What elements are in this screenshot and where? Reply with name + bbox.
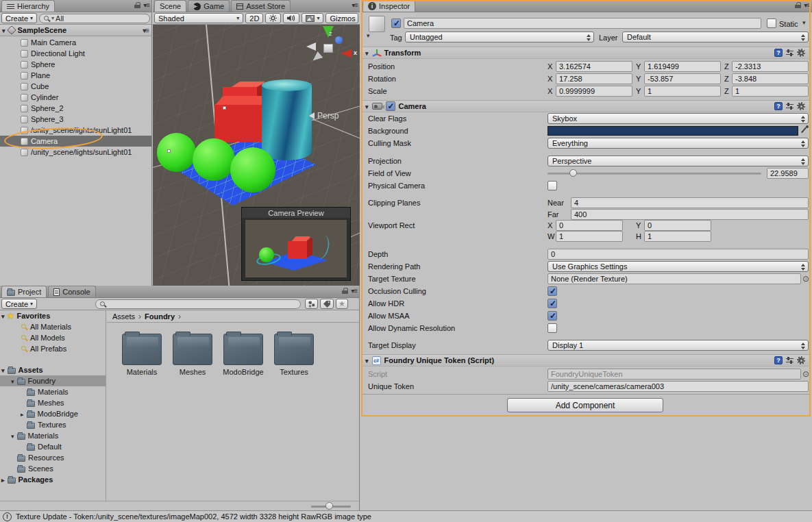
fov-slider-thumb[interactable] xyxy=(569,169,577,177)
tab-project[interactable]: Project xyxy=(1,286,47,297)
panel-menu-icon[interactable] xyxy=(351,287,357,295)
tab-console[interactable]: Console xyxy=(48,286,95,297)
tag-dropdown[interactable]: Untagged xyxy=(405,32,594,42)
folder-modobridge[interactable]: ModoBridge xyxy=(218,334,269,376)
position-z-field[interactable]: -2.3313 xyxy=(732,61,809,72)
scene-object-sphere-3[interactable] xyxy=(230,147,275,192)
hierarchy-search-input[interactable]: ▾ All xyxy=(39,14,150,23)
search-filter-chevron-icon[interactable]: ▾ xyxy=(51,15,54,21)
allow-dynamic-resolution-checkbox[interactable] xyxy=(548,323,557,333)
hierarchy-item-camera-selected[interactable]: Camera xyxy=(0,136,151,147)
project-create-button[interactable]: Create xyxy=(1,299,37,309)
occlusion-culling-checkbox[interactable] xyxy=(548,286,557,296)
clipping-far-field[interactable]: 400 xyxy=(571,209,809,220)
camera-enabled-checkbox[interactable] xyxy=(386,101,395,111)
scene-object-sphere-2[interactable] xyxy=(193,138,235,181)
static-dropdown-chevron[interactable]: ▾ xyxy=(802,19,806,26)
rendering-path-dropdown[interactable]: Use Graphics Settings xyxy=(548,261,809,272)
hierarchy-item[interactable]: Cube xyxy=(0,81,151,92)
viewport-w-field[interactable]: 1 xyxy=(556,231,623,242)
folder-materials[interactable]: Materials xyxy=(116,334,167,376)
add-component-button[interactable]: Add Component xyxy=(507,398,663,412)
projection-dropdown[interactable]: Perspective xyxy=(548,156,809,166)
physical-camera-checkbox[interactable] xyxy=(548,181,557,190)
fov-slider[interactable] xyxy=(548,173,761,175)
scene-orientation-gizmo[interactable]: z x xyxy=(305,26,360,77)
lock-icon[interactable] xyxy=(795,2,801,8)
foldout-icon[interactable] xyxy=(365,49,369,57)
help-icon[interactable]: ? xyxy=(774,356,783,364)
panel-menu-icon[interactable] xyxy=(143,1,149,9)
tree-item-assets[interactable]: Assets xyxy=(0,364,106,375)
tab-inspector[interactable]: i Inspector xyxy=(362,0,415,12)
scale-z-field[interactable]: 1 xyxy=(732,86,809,97)
foldout-icon[interactable] xyxy=(1,366,5,374)
hierarchy-item[interactable]: Plane xyxy=(0,70,151,81)
allow-msaa-checkbox[interactable] xyxy=(548,311,557,321)
tree-item-materials[interactable]: Materials xyxy=(0,386,106,397)
hierarchy-item[interactable]: Sphere_3 xyxy=(0,114,151,125)
favorites-item-all-materials[interactable]: All Materials xyxy=(0,321,106,332)
favorites-item-all-prefabs[interactable]: All Prefabs xyxy=(0,343,106,354)
gizmo-z-axis-ball[interactable] xyxy=(335,36,343,44)
hierarchy-item[interactable]: Sphere xyxy=(0,59,151,70)
viewport-h-field[interactable]: 1 xyxy=(644,231,711,242)
scene-menu-icon[interactable] xyxy=(143,27,149,34)
project-search-input[interactable] xyxy=(95,299,301,309)
search-by-type-button[interactable] xyxy=(305,299,318,309)
unique-token-field[interactable]: /unity_scene/cameras/camera003 xyxy=(548,381,809,392)
tab-scene[interactable]: Scene xyxy=(154,0,186,12)
rotation-y-field[interactable]: -53.857 xyxy=(644,73,721,84)
breadcrumb-assets[interactable]: Assets xyxy=(112,312,135,321)
gizmos-dropdown[interactable]: Gizmos xyxy=(325,13,358,23)
tree-item-resources[interactable]: Resources xyxy=(0,452,106,463)
active-checkbox[interactable] xyxy=(391,18,401,28)
target-display-dropdown[interactable]: Display 1 xyxy=(548,340,809,351)
fov-value-field[interactable]: 22.9589 xyxy=(767,168,809,179)
scene-object-cylinder[interactable] xyxy=(262,85,312,160)
camera-component-header[interactable]: Camera ? xyxy=(362,100,809,112)
scene-object-sphere[interactable] xyxy=(157,133,196,172)
scene-object-cube[interactable] xyxy=(214,105,262,142)
tree-item-scenes[interactable]: Scenes xyxy=(0,463,106,474)
help-icon[interactable]: ? xyxy=(774,49,783,57)
viewport-y-field[interactable]: 0 xyxy=(644,220,711,231)
perspective-indicator[interactable]: Persp xyxy=(309,111,339,121)
hierarchy-item[interactable]: Cylinder xyxy=(0,92,151,103)
search-by-label-button[interactable] xyxy=(320,299,334,309)
move-handle[interactable] xyxy=(167,149,171,153)
hierarchy-item[interactable]: Directional Light xyxy=(0,48,151,59)
rotation-x-field[interactable]: 17.258 xyxy=(556,73,632,84)
shading-mode-dropdown[interactable]: Shaded xyxy=(154,13,243,23)
object-picker-icon[interactable] xyxy=(802,369,809,379)
lock-icon[interactable] xyxy=(342,288,348,294)
layer-dropdown[interactable]: Default xyxy=(622,32,809,42)
effects-dropdown-button[interactable] xyxy=(302,13,323,23)
hierarchy-item[interactable]: /unity_scene/lights/sunLight01 xyxy=(0,147,151,158)
tree-item-meshes[interactable]: Meshes xyxy=(0,397,106,408)
move-handle[interactable] xyxy=(223,106,226,110)
gameobject-name-field[interactable]: Camera xyxy=(404,18,761,29)
hierarchy-item[interactable]: Main Camera xyxy=(0,37,151,48)
rotation-z-field[interactable]: -3.848 xyxy=(732,73,809,84)
lighting-toggle-button[interactable] xyxy=(265,13,281,23)
tab-game[interactable]: Game xyxy=(188,0,230,12)
foldout-icon[interactable] xyxy=(2,26,5,34)
depth-field[interactable]: 0 xyxy=(548,249,809,260)
scale-y-field[interactable]: 1 xyxy=(644,86,721,97)
audio-toggle-button[interactable] xyxy=(283,13,299,23)
gizmo-x-axis-cone[interactable] xyxy=(341,49,352,58)
hierarchy-create-button[interactable]: Create xyxy=(1,13,37,23)
foldout-icon[interactable] xyxy=(11,377,14,385)
favorites-filter-button[interactable]: ★ xyxy=(336,299,348,309)
hierarchy-item[interactable]: /unity_scene/lights/sunLight01 xyxy=(0,125,151,136)
allow-hdr-checkbox[interactable] xyxy=(548,299,557,308)
background-color-swatch[interactable] xyxy=(548,126,798,136)
status-bar[interactable]: ! Texture Update - Token:/unity_scene/te… xyxy=(0,510,812,522)
gizmo-center-cube[interactable] xyxy=(323,44,333,53)
foldout-icon[interactable] xyxy=(365,356,369,364)
gear-icon[interactable] xyxy=(797,102,805,110)
foldout-icon[interactable] xyxy=(11,432,14,440)
gear-icon[interactable] xyxy=(797,49,805,57)
thumbnail-zoom-thumb[interactable] xyxy=(325,502,333,510)
